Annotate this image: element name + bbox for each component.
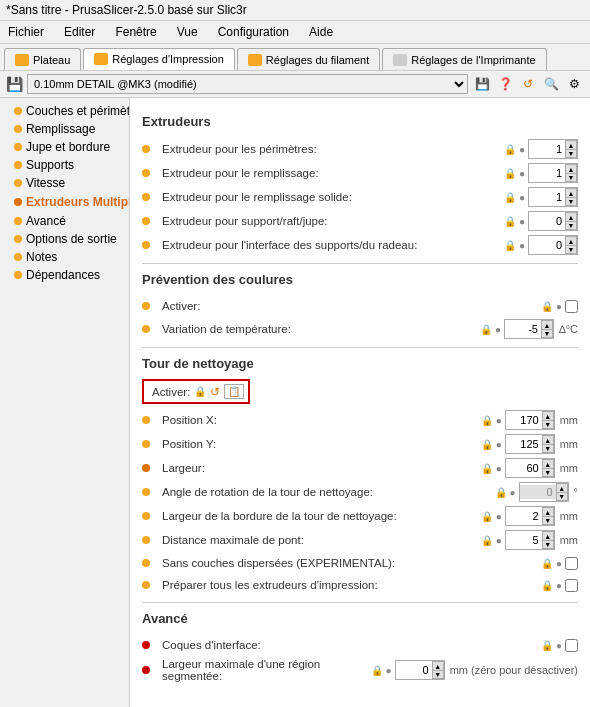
spinup-remplissage-solide[interactable]: ▲ bbox=[565, 188, 577, 197]
spinup-largeur-max[interactable]: ▲ bbox=[432, 661, 444, 670]
spinner-interface[interactable]: ▲ ▼ bbox=[528, 235, 578, 255]
spindown-variation-temp[interactable]: ▼ bbox=[541, 329, 553, 338]
spindown-largeur-max[interactable]: ▼ bbox=[432, 670, 444, 679]
sidebar-item-dependances[interactable]: Dépendances bbox=[0, 266, 129, 284]
lock-interface[interactable]: 🔒 bbox=[504, 240, 516, 251]
sidebar-item-supports[interactable]: Supports bbox=[0, 156, 129, 174]
input-variation-temp[interactable] bbox=[505, 322, 541, 336]
spindown-remplissage[interactable]: ▼ bbox=[565, 173, 577, 182]
spinner-largeur[interactable]: ▲ ▼ bbox=[505, 458, 555, 478]
lock-remplissage-solide[interactable]: 🔒 bbox=[504, 192, 516, 203]
lock-variation-temp[interactable]: 🔒 bbox=[480, 324, 492, 335]
tab-plateau[interactable]: Plateau bbox=[4, 48, 81, 70]
spinner-remplissage[interactable]: ▲ ▼ bbox=[528, 163, 578, 183]
profile-select[interactable]: 0.10mm DETAIL @MK3 (modifié) bbox=[27, 74, 468, 94]
spindown-interface[interactable]: ▼ bbox=[565, 245, 577, 254]
reset-btn[interactable]: ↺ bbox=[518, 74, 538, 94]
input-angle[interactable] bbox=[520, 485, 556, 499]
help-btn[interactable]: ❓ bbox=[495, 74, 515, 94]
spinup-interface[interactable]: ▲ bbox=[565, 236, 577, 245]
spinup-remplissage[interactable]: ▲ bbox=[565, 164, 577, 173]
lock-perimetres[interactable]: 🔒 bbox=[504, 144, 516, 155]
spinner-perimetres[interactable]: ▲ ▼ bbox=[528, 139, 578, 159]
search-btn[interactable]: 🔍 bbox=[541, 74, 561, 94]
lock-position-x[interactable]: 🔒 bbox=[481, 415, 493, 426]
input-position-x[interactable] bbox=[506, 413, 542, 427]
input-support[interactable] bbox=[529, 214, 565, 228]
lock-angle[interactable]: 🔒 bbox=[495, 487, 507, 498]
spindown-position-x[interactable]: ▼ bbox=[542, 420, 554, 429]
spinup-angle[interactable]: ▲ bbox=[556, 483, 568, 492]
input-bordure[interactable] bbox=[506, 509, 542, 523]
sidebar-item-remplissage[interactable]: Remplissage bbox=[0, 120, 129, 138]
input-interface[interactable] bbox=[529, 238, 565, 252]
spindown-remplissage-solide[interactable]: ▼ bbox=[565, 197, 577, 206]
sidebar-item-couches[interactable]: Couches et périmètres bbox=[0, 102, 129, 120]
input-largeur[interactable] bbox=[506, 461, 542, 475]
spinup-position-x[interactable]: ▲ bbox=[542, 411, 554, 420]
checkbox-sans-couches[interactable] bbox=[565, 557, 578, 570]
settings-btn[interactable]: ⚙ bbox=[564, 74, 584, 94]
menu-configuration[interactable]: Configuration bbox=[214, 23, 293, 41]
sidebar-item-avance[interactable]: Avancé bbox=[0, 212, 129, 230]
spindown-angle[interactable]: ▼ bbox=[556, 492, 568, 501]
sidebar-item-options[interactable]: Options de sortie bbox=[0, 230, 129, 248]
lock-largeur[interactable]: 🔒 bbox=[481, 463, 493, 474]
tab-reglages-impression[interactable]: Réglages d'Impression bbox=[83, 48, 235, 70]
spindown-bordure[interactable]: ▼ bbox=[542, 516, 554, 525]
spinup-support[interactable]: ▲ bbox=[565, 212, 577, 221]
input-distance-pont[interactable] bbox=[506, 533, 542, 547]
spinner-variation-temp[interactable]: ▲ ▼ bbox=[504, 319, 554, 339]
menu-fenetre[interactable]: Fenêtre bbox=[111, 23, 160, 41]
save-profile-btn[interactable]: 💾 bbox=[472, 74, 492, 94]
sidebar-item-extrudeurs[interactable]: Extrudeurs Multiples ◄ bbox=[0, 192, 129, 212]
sidebar-item-vitesse[interactable]: Vitesse bbox=[0, 174, 129, 192]
lock-coques[interactable]: 🔒 bbox=[541, 640, 553, 651]
spinner-position-y[interactable]: ▲ ▼ bbox=[505, 434, 555, 454]
tab-reglages-filament[interactable]: Réglages du filament bbox=[237, 48, 380, 70]
input-position-y[interactable] bbox=[506, 437, 542, 451]
spinup-position-y[interactable]: ▲ bbox=[542, 435, 554, 444]
checkbox-activer-prevention[interactable] bbox=[565, 300, 578, 313]
menu-vue[interactable]: Vue bbox=[173, 23, 202, 41]
spindown-largeur[interactable]: ▼ bbox=[542, 468, 554, 477]
spindown-perimetres[interactable]: ▼ bbox=[565, 149, 577, 158]
input-largeur-max[interactable] bbox=[396, 663, 432, 677]
menu-editer[interactable]: Editer bbox=[60, 23, 99, 41]
spindown-position-y[interactable]: ▼ bbox=[542, 444, 554, 453]
lock-distance-pont[interactable]: 🔒 bbox=[481, 535, 493, 546]
input-remplissage[interactable] bbox=[529, 166, 565, 180]
tab-reglages-imprimante[interactable]: Réglages de l'Imprimante bbox=[382, 48, 546, 70]
spinup-bordure[interactable]: ▲ bbox=[542, 507, 554, 516]
spinup-largeur[interactable]: ▲ bbox=[542, 459, 554, 468]
menu-aide[interactable]: Aide bbox=[305, 23, 337, 41]
reset-tour-activate[interactable]: ↺ bbox=[210, 385, 220, 399]
lock-bordure[interactable]: 🔒 bbox=[481, 511, 493, 522]
spinup-variation-temp[interactable]: ▲ bbox=[541, 320, 553, 329]
spinner-support[interactable]: ▲ ▼ bbox=[528, 211, 578, 231]
spinner-angle[interactable]: ▲ ▼ bbox=[519, 482, 569, 502]
spinup-distance-pont[interactable]: ▲ bbox=[542, 531, 554, 540]
spinner-remplissage-solide[interactable]: ▲ ▼ bbox=[528, 187, 578, 207]
lock-preparer[interactable]: 🔒 bbox=[541, 580, 553, 591]
checkbox-preparer[interactable] bbox=[565, 579, 578, 592]
menu-fichier[interactable]: Fichier bbox=[4, 23, 48, 41]
spinner-largeur-max[interactable]: ▲ ▼ bbox=[395, 660, 445, 680]
lock-support[interactable]: 🔒 bbox=[504, 216, 516, 227]
page-icon-tour[interactable]: 📋 bbox=[224, 384, 244, 399]
spinup-perimetres[interactable]: ▲ bbox=[565, 140, 577, 149]
input-remplissage-solide[interactable] bbox=[529, 190, 565, 204]
lock-position-y[interactable]: 🔒 bbox=[481, 439, 493, 450]
lock-activer-prevention[interactable]: 🔒 bbox=[541, 301, 553, 312]
spinner-distance-pont[interactable]: ▲ ▼ bbox=[505, 530, 555, 550]
spinner-position-x[interactable]: ▲ ▼ bbox=[505, 410, 555, 430]
input-perimetres[interactable] bbox=[529, 142, 565, 156]
lock-tour-activate[interactable]: 🔒 bbox=[194, 386, 206, 397]
spindown-distance-pont[interactable]: ▼ bbox=[542, 540, 554, 549]
lock-largeur-max[interactable]: 🔒 bbox=[371, 665, 383, 676]
spindown-support[interactable]: ▼ bbox=[565, 221, 577, 230]
sidebar-item-notes[interactable]: Notes bbox=[0, 248, 129, 266]
sidebar-item-jupe[interactable]: Jupe et bordure bbox=[0, 138, 129, 156]
spinner-bordure[interactable]: ▲ ▼ bbox=[505, 506, 555, 526]
lock-remplissage[interactable]: 🔒 bbox=[504, 168, 516, 179]
